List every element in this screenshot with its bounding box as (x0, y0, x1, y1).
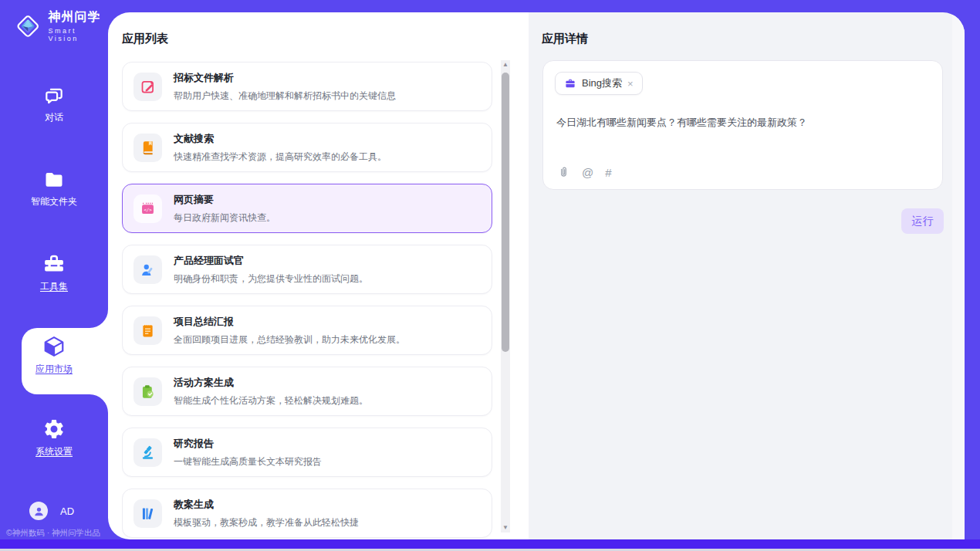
composer-toolbar: @ # (557, 166, 612, 179)
app-card-selected[interactable]: </> 网页摘要 每日政府新闻资讯快查。 (122, 184, 492, 233)
brand-text: 神州问学 Smart Vision (48, 9, 108, 42)
app-icon-tile (133, 438, 162, 467)
app-card[interactable]: 产品经理面试官 明确身份和职责，为您提供专业性的面试问题。 (122, 245, 492, 294)
user-initials: AD (60, 505, 74, 517)
app-card-text: 招标文件解析 帮助用户快速、准确地理解和解析招标书中的关键信息 (174, 71, 396, 103)
sidebar-item-smart-folder[interactable]: 智能文件夹 (0, 169, 108, 208)
app-desc: 全面回顾项目进展，总结经验教训，助力未来优化发展。 (174, 333, 405, 346)
app-title: 活动方案生成 (174, 376, 368, 390)
app-title: 产品经理面试官 (174, 254, 368, 268)
app-card-text: 项目总结汇报 全面回顾项目进展，总结经验教训，助力未来优化发展。 (174, 315, 405, 346)
svg-text:</>: </> (144, 207, 152, 211)
app-list-title: 应用列表 (122, 32, 168, 46)
app-icon-tile: </> (133, 194, 162, 223)
sidebar-item-app-market[interactable]: 应用市场 (0, 335, 108, 376)
tool-tag-bing-search[interactable]: Bing搜索 × (555, 72, 643, 95)
sidebar-item-label: 智能文件夹 (0, 195, 108, 208)
app-desc: 快速精准查找学术资源，提高研究效率的必备工具。 (174, 150, 387, 164)
books-icon (140, 505, 156, 522)
list-scrollbar[interactable]: ▲ ▼ (501, 60, 510, 532)
app-card-text: 网页摘要 每日政府新闻资讯快查。 (174, 193, 275, 225)
brand-name: 神州问学 (48, 9, 108, 25)
app-card-text: 活动方案生成 智能生成个性化活动方案，轻松解决规划难题。 (174, 376, 368, 407)
tool-tag-label: Bing搜索 (582, 76, 622, 90)
app-icon-tile (133, 134, 162, 162)
report-doc-icon (140, 323, 156, 339)
scrollbar-down-arrow-icon[interactable]: ▼ (501, 523, 510, 532)
interviewer-icon (140, 262, 156, 278)
app-icon-tile (133, 316, 162, 345)
question-text[interactable]: 今日湖北有哪些新闻要点？有哪些需要关注的最新政策？ (556, 116, 927, 130)
app-card[interactable]: 文献搜索 快速精准查找学术资源，提高研究效率的必备工具。 (122, 123, 492, 172)
scrollbar-thumb[interactable] (502, 73, 509, 352)
person-icon (33, 505, 45, 517)
app-desc: 帮助用户快速、准确地理解和解析招标书中的关键信息 (174, 90, 396, 103)
avatar (29, 502, 48, 520)
app-title: 网页摘要 (174, 193, 275, 207)
user-account[interactable]: AD (29, 502, 74, 520)
book-icon (140, 140, 156, 156)
sidebar-item-toolkit[interactable]: 工具集 (0, 252, 108, 293)
main-panel: 应用列表 招标文件解析 帮助用户快速、准确地理解和解析招标书中的关键信息 (108, 12, 965, 539)
prompt-card: Bing搜索 × 今日湖北有哪些新闻要点？有哪些需要关注的最新政策？ @ # (542, 60, 943, 190)
detail-scrollbar-track (952, 12, 965, 539)
app-card[interactable]: 教案生成 模板驱动，教案秒成，教学准备从此轻松快捷 (122, 488, 492, 538)
microscope-icon (140, 445, 156, 461)
sidebar-item-label: 系统设置 (0, 445, 108, 458)
sidebar-item-settings[interactable]: 系统设置 (0, 417, 108, 458)
app-title: 研究报告 (174, 437, 322, 451)
app-title: 项目总结汇报 (174, 315, 405, 329)
app-card-text: 产品经理面试官 明确身份和职责，为您提供专业性的面试问题。 (174, 254, 368, 286)
active-nav-notch-top (90, 309, 108, 328)
app-desc: 明确身份和职责，为您提供专业性的面试问题。 (174, 272, 368, 286)
close-icon[interactable]: × (627, 79, 634, 89)
app-detail-panel: 应用详情 Bing搜索 × 今日湖北有哪些新闻要点？有哪些需要关注的最新政策？ … (529, 12, 965, 539)
cube-icon (42, 335, 66, 358)
sidebar-item-label: 工具集 (0, 280, 108, 293)
app-detail-title: 应用详情 (542, 32, 588, 46)
app-card-text: 文献搜索 快速精准查找学术资源，提高研究效率的必备工具。 (174, 132, 387, 164)
app-title: 教案生成 (174, 498, 359, 512)
bottom-accent-bar (0, 539, 980, 549)
sidebar-item-chat[interactable]: 对话 (0, 85, 108, 124)
brand-subtitle: Smart Vision (48, 27, 108, 42)
app-icon-tile (133, 255, 162, 284)
app-card[interactable]: 研究报告 一键智能生成高质量长文本研究报告 (122, 428, 492, 477)
app-title: 文献搜索 (174, 132, 387, 146)
paperclip-icon[interactable] (557, 166, 570, 179)
toolbox-icon (41, 252, 67, 276)
chat-icon (42, 85, 66, 106)
app-window: 神州问学 Smart Vision 对话 智能文件夹 (0, 0, 980, 551)
app-card-list: 招标文件解析 帮助用户快速、准确地理解和解析招标书中的关键信息 文 (122, 62, 492, 539)
active-nav-notch-bottom (90, 394, 108, 413)
folder-icon (42, 169, 66, 191)
app-icon-tile (133, 499, 162, 528)
app-card-text: 教案生成 模板驱动，教案秒成，教学准备从此轻松快捷 (174, 498, 359, 529)
app-desc: 智能生成个性化活动方案，轻松解决规划难题。 (174, 394, 368, 407)
app-icon-tile (133, 377, 162, 406)
app-icon-tile (133, 73, 162, 101)
sidebar-item-label: 应用市场 (0, 363, 108, 376)
sidebar-item-label: 对话 (0, 111, 108, 124)
app-card-text: 研究报告 一键智能生成高质量长文本研究报告 (174, 437, 322, 468)
browser-code-icon: </> (140, 201, 156, 217)
diamond-logo-icon (14, 12, 42, 41)
copyright-text: ©神州数码 · 神州问学出品 (6, 528, 100, 539)
brand-logo: 神州问学 Smart Vision (14, 9, 108, 42)
hash-icon[interactable]: # (605, 166, 611, 179)
mention-icon[interactable]: @ (582, 166, 593, 179)
clipboard-check-icon (140, 384, 156, 400)
app-desc: 一键智能生成高质量长文本研究报告 (174, 455, 322, 468)
app-title: 招标文件解析 (174, 71, 396, 85)
briefcase-icon (564, 77, 576, 90)
scrollbar-up-arrow-icon[interactable]: ▲ (501, 60, 510, 69)
app-desc: 模板驱动，教案秒成，教学准备从此轻松快捷 (174, 516, 359, 529)
gear-icon (42, 417, 66, 441)
app-desc: 每日政府新闻资讯快查。 (174, 211, 275, 225)
run-button[interactable]: 运行 (901, 208, 944, 234)
app-card[interactable]: 活动方案生成 智能生成个性化活动方案，轻松解决规划难题。 (122, 367, 492, 416)
edit-square-icon (140, 79, 156, 95)
app-list-panel: 应用列表 招标文件解析 帮助用户快速、准确地理解和解析招标书中的关键信息 (108, 12, 529, 539)
app-card[interactable]: 项目总结汇报 全面回顾项目进展，总结经验教训，助力未来优化发展。 (122, 306, 492, 355)
app-card[interactable]: 招标文件解析 帮助用户快速、准确地理解和解析招标书中的关键信息 (122, 62, 492, 111)
